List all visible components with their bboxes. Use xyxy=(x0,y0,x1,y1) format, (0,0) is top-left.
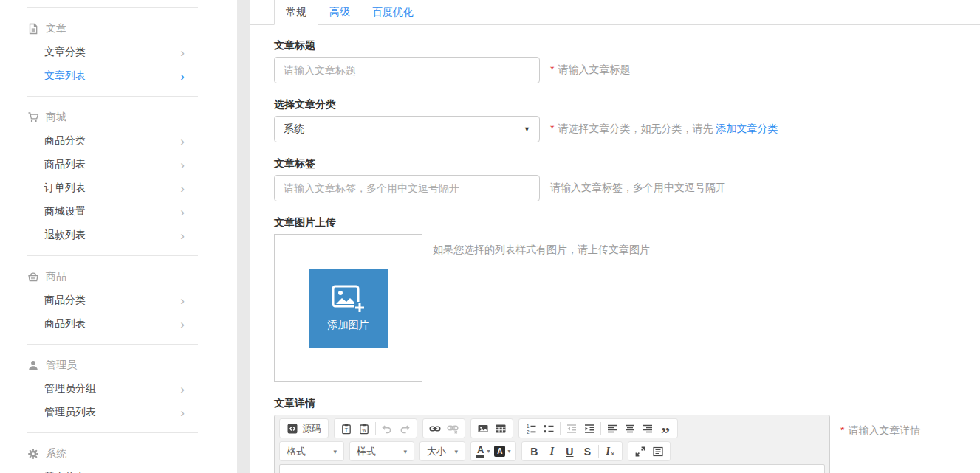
tab-advanced[interactable]: 高级 xyxy=(318,0,361,24)
source-button-label: 源码 xyxy=(302,422,321,435)
align-right-button[interactable] xyxy=(639,420,657,437)
toolbar-separator xyxy=(375,422,376,435)
sidebar-item-goods-list[interactable]: 商品列表 › xyxy=(44,312,185,336)
category-label: 选择文章分类 xyxy=(274,98,980,111)
chevron-right-icon: › xyxy=(180,294,185,307)
image-label: 文章图片上传 xyxy=(274,216,980,229)
toolbar-group-tools xyxy=(628,441,671,461)
strikethrough-button[interactable]: S xyxy=(578,443,596,460)
editor-content-area[interactable] xyxy=(279,464,825,473)
hint-text: 请输入文章标签，多个用中文逗号隔开 xyxy=(550,182,726,193)
sidebar-item-goods-category[interactable]: 商品分类 › xyxy=(44,289,185,312)
add-image-button[interactable]: 添加图片 xyxy=(309,269,388,348)
sidebar-group-label: 文章 xyxy=(46,22,66,35)
sidebar-item-basic-info[interactable]: 基本信息 › xyxy=(44,466,185,473)
required-mark: * xyxy=(550,122,554,134)
sidebar-item-label: 退款列表 xyxy=(44,229,86,242)
gear-icon xyxy=(27,448,39,460)
sidebar-item-product-category[interactable]: 商品分类 › xyxy=(44,129,185,153)
blockquote-button[interactable]: ” xyxy=(657,420,674,437)
bold-button[interactable]: B xyxy=(525,443,543,460)
title-input[interactable] xyxy=(274,57,540,83)
numbered-list-button[interactable]: 12 xyxy=(522,420,540,437)
unlink-button[interactable] xyxy=(444,420,462,437)
bg-color-button[interactable]: A ▾ xyxy=(492,443,513,460)
main-content: 常规 高级 百度优化 文章标题 *请输入文章标题 选择文章分类 系统 ▼ *请选… xyxy=(250,0,980,473)
show-blocks-button[interactable] xyxy=(649,443,667,460)
sidebar-group-goods: 商品 商品分类 › 商品列表 › xyxy=(0,256,237,344)
cart-icon xyxy=(27,111,39,123)
chevron-right-icon: › xyxy=(180,159,185,171)
redo-button[interactable] xyxy=(396,420,414,437)
tab-general[interactable]: 常规 xyxy=(274,0,318,25)
maximize-button[interactable] xyxy=(631,443,649,460)
bg-color-icon: A xyxy=(494,446,505,457)
panel-gap xyxy=(237,0,250,473)
sidebar-item-refund-list[interactable]: 退款列表 › xyxy=(44,224,185,247)
toolbar-separator xyxy=(600,422,601,435)
tags-input[interactable] xyxy=(274,175,540,201)
source-button[interactable]: 源码 xyxy=(283,420,325,437)
sidebar-item-article-list[interactable]: 文章列表 › xyxy=(44,64,185,88)
svg-text:1: 1 xyxy=(527,424,530,429)
style-combo[interactable]: 样式 ▾ xyxy=(349,441,414,461)
tab-baidu-seo[interactable]: 百度优化 xyxy=(361,0,425,24)
sidebar-item-article-category[interactable]: 文章分类 › xyxy=(44,41,185,64)
chevron-right-icon: › xyxy=(180,182,185,195)
field-article-content: 文章详情 源码 xyxy=(274,397,980,473)
sidebar-group-admin: 管理员 管理员分组 › 管理员列表 › xyxy=(0,345,237,432)
chevron-right-icon: › xyxy=(180,70,185,83)
bulleted-list-button[interactable] xyxy=(540,420,558,437)
sidebar-group-label: 管理员 xyxy=(46,359,77,372)
sidebar-item-admin-group[interactable]: 管理员分组 › xyxy=(44,377,185,401)
sidebar-item-label: 文章列表 xyxy=(44,69,86,83)
align-center-button[interactable] xyxy=(621,420,639,437)
sidebar-item-order-list[interactable]: 订单列表 › xyxy=(44,176,185,200)
paste-text-button[interactable]: T xyxy=(337,420,355,437)
sidebar-group-mall-header: 商城 xyxy=(27,106,237,129)
category-select[interactable]: 系统 ▼ xyxy=(274,116,540,142)
insert-image-button[interactable] xyxy=(474,420,492,437)
link-button[interactable] xyxy=(426,420,444,437)
field-article-category: 选择文章分类 系统 ▼ *请选择文章分类，如无分类，请先添加文章分类 xyxy=(274,98,980,142)
select-caret-icon: ▼ xyxy=(524,125,530,133)
hint-text: 请输入文章标题 xyxy=(558,63,630,75)
insert-table-button[interactable] xyxy=(492,420,510,437)
outdent-button[interactable] xyxy=(563,420,580,437)
add-image-icon xyxy=(332,285,366,317)
align-left-button[interactable] xyxy=(603,420,621,437)
hint-text: 请输入文章详情 xyxy=(848,424,920,436)
rich-text-editor: 源码 T W xyxy=(274,415,830,473)
sidebar-item-product-list[interactable]: 商品列表 › xyxy=(44,153,185,176)
image-hint: 如果您选择的列表样式有图片，请上传文章图片 xyxy=(433,234,650,257)
sidebar-item-mall-settings[interactable]: 商城设置 › xyxy=(44,200,185,224)
text-color-button[interactable]: A ▾ xyxy=(474,443,492,460)
sidebar-item-label: 商品分类 xyxy=(44,134,86,148)
add-category-link[interactable]: 添加文章分类 xyxy=(716,122,778,134)
sidebar-item-admin-list[interactable]: 管理员列表 › xyxy=(44,401,185,424)
sidebar-item-label: 商城设置 xyxy=(44,205,86,218)
indent-button[interactable] xyxy=(580,420,598,437)
toolbar-group-insert xyxy=(470,418,513,438)
field-article-tags: 文章标签 请输入文章标签，多个用中文逗号隔开 xyxy=(274,157,980,201)
tags-hint: 请输入文章标签，多个用中文逗号隔开 xyxy=(550,182,726,195)
paste-word-button[interactable]: W xyxy=(355,420,373,437)
sidebar-group-system-header: 系统 xyxy=(27,442,237,466)
basket-icon xyxy=(27,271,39,283)
italic-button[interactable]: I xyxy=(543,443,561,460)
category-selected-value: 系统 xyxy=(284,122,304,136)
underline-button[interactable]: U xyxy=(561,443,578,460)
chevron-down-icon: ▾ xyxy=(507,448,510,455)
sidebar: 文章 文章分类 › 文章列表 › 商城 商品分类 › 商品列表 › 订单列表 › xyxy=(0,0,237,473)
sidebar-item-label: 商品列表 xyxy=(44,158,86,171)
sidebar-group-article-header: 文章 xyxy=(27,17,237,41)
svg-text:2: 2 xyxy=(527,429,530,434)
svg-text:W: W xyxy=(362,428,366,432)
image-upload-box: 添加图片 xyxy=(274,234,422,382)
size-combo[interactable]: 大小 ▾ xyxy=(419,441,465,461)
sidebar-item-label: 文章分类 xyxy=(44,46,86,59)
article-form: 文章标题 *请输入文章标题 选择文章分类 系统 ▼ *请选择文章分类，如无分类，… xyxy=(250,25,980,473)
format-combo[interactable]: 格式 ▾ xyxy=(279,441,344,461)
remove-format-button[interactable]: I× xyxy=(601,443,619,460)
undo-button[interactable] xyxy=(378,420,396,437)
